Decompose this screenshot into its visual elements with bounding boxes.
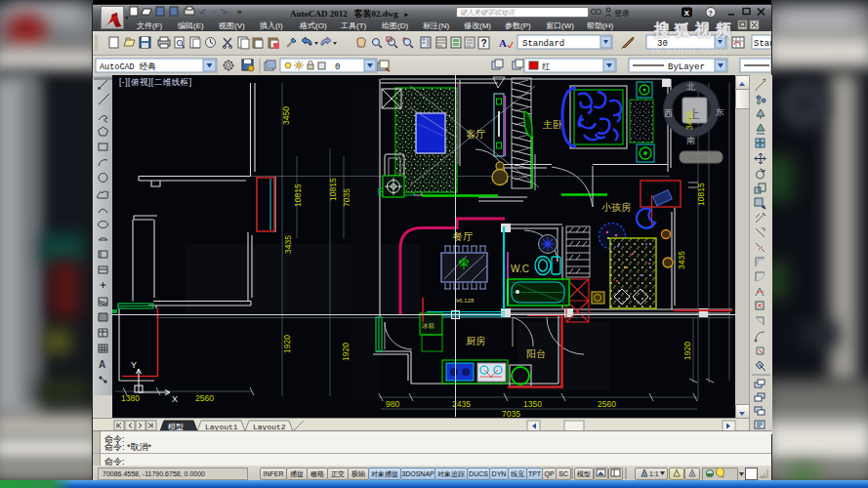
svg-text:冰箱: 冰箱 xyxy=(422,322,435,329)
svg-text:·: · xyxy=(228,9,230,16)
svg-text:[-][俯视][二维线框]: [-][俯视][二维线框] xyxy=(119,77,192,87)
svg-text:?: ? xyxy=(709,10,713,17)
svg-text:¥6.128: ¥6.128 xyxy=(456,298,475,304)
svg-text:1920: 1920 xyxy=(341,343,351,361)
svg-text:客厅: 客厅 xyxy=(466,129,485,140)
svg-text:主卧: 主卧 xyxy=(542,119,563,130)
svg-text:3450: 3450 xyxy=(281,106,291,125)
svg-text:·: · xyxy=(720,10,722,16)
svg-text:Standard: Standard xyxy=(522,39,564,49)
svg-text:X: X xyxy=(172,394,178,404)
svg-text:·: · xyxy=(214,9,216,16)
svg-text:厨房: 厨房 xyxy=(466,336,485,346)
svg-text:南: 南 xyxy=(686,136,695,145)
svg-text:登录: 登录 xyxy=(614,9,630,18)
svg-text:2435: 2435 xyxy=(452,399,471,409)
svg-text:1920: 1920 xyxy=(682,342,692,360)
svg-text:10815: 10815 xyxy=(696,183,706,206)
svg-text:2560: 2560 xyxy=(195,393,214,403)
svg-text:1:1: 1:1 xyxy=(649,470,659,477)
svg-text:北: 北 xyxy=(686,82,695,92)
svg-text:10815: 10815 xyxy=(328,178,338,201)
svg-text:WCS: WCS xyxy=(689,153,708,162)
svg-text:?: ? xyxy=(481,38,487,49)
svg-text:红: 红 xyxy=(542,61,551,71)
svg-text:3435: 3435 xyxy=(283,235,293,254)
svg-text:»: » xyxy=(237,8,242,17)
svg-text:ByLayer: ByLayer xyxy=(668,62,705,72)
svg-text:·: · xyxy=(641,9,642,16)
svg-text:3450: 3450 xyxy=(684,111,694,130)
svg-text:X: X xyxy=(684,9,690,18)
svg-text:1380: 1380 xyxy=(121,393,140,403)
svg-text:小孩房: 小孩房 xyxy=(601,202,631,213)
svg-text:A: A xyxy=(499,37,507,49)
svg-text:阳台: 阳台 xyxy=(526,348,546,359)
svg-text:7035: 7035 xyxy=(502,409,520,417)
svg-text:980: 980 xyxy=(386,399,399,409)
svg-text:1920: 1920 xyxy=(282,335,292,353)
svg-text:3435: 3435 xyxy=(677,251,686,269)
svg-text:东: 东 xyxy=(715,107,724,117)
svg-text:AutoCAD 经典: AutoCAD 经典 xyxy=(100,61,156,72)
svg-text:0: 0 xyxy=(335,62,340,72)
svg-text:10815: 10815 xyxy=(293,183,303,207)
svg-text:西: 西 xyxy=(664,108,673,118)
svg-text:Y: Y xyxy=(131,360,137,370)
svg-text:7035: 7035 xyxy=(342,188,351,207)
svg-text:1350: 1350 xyxy=(523,399,542,409)
svg-text:A: A xyxy=(99,359,105,370)
svg-text:W.C: W.C xyxy=(511,264,529,274)
svg-text:2560: 2560 xyxy=(598,399,616,409)
